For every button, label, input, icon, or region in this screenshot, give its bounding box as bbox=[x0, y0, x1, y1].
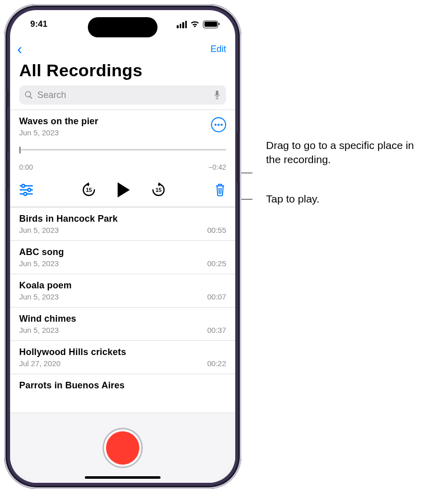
recording-row[interactable]: Birds in Hancock Park Jun 5, 2023 00:55 bbox=[10, 207, 235, 240]
svg-line-11 bbox=[219, 188, 220, 194]
dictate-icon[interactable] bbox=[213, 90, 221, 100]
status-time: 9:41 bbox=[30, 19, 47, 29]
recording-title: ABC song bbox=[19, 247, 226, 258]
recording-title: Koala poem bbox=[19, 280, 226, 291]
scrubber-thumb[interactable] bbox=[19, 146, 21, 154]
back-button[interactable]: ‹ bbox=[17, 41, 22, 57]
battery-icon bbox=[203, 21, 218, 28]
recording-row[interactable]: Parrots in Buenos Aires bbox=[10, 374, 235, 397]
recording-duration: 00:25 bbox=[207, 259, 226, 268]
home-indicator[interactable] bbox=[85, 476, 161, 479]
recording-duration: 00:07 bbox=[207, 292, 226, 301]
recording-expanded[interactable]: Waves on the pier Jun 5, 2023 0:00 −0 bbox=[10, 110, 235, 207]
recording-title: Parrots in Buenos Aires bbox=[19, 380, 226, 391]
search-placeholder: Search bbox=[37, 90, 66, 100]
wifi-icon bbox=[190, 20, 199, 29]
svg-marker-9 bbox=[86, 182, 89, 186]
svg-line-12 bbox=[221, 188, 222, 194]
dynamic-island bbox=[88, 17, 157, 37]
recording-date: Jun 5, 2023 bbox=[19, 259, 59, 268]
recording-date: Jun 5, 2023 bbox=[19, 128, 59, 137]
svg-marker-10 bbox=[159, 182, 162, 186]
play-button[interactable] bbox=[118, 182, 130, 197]
recording-row[interactable]: Koala poem Jun 5, 2023 00:07 bbox=[10, 274, 235, 307]
recording-title: Wind chimes bbox=[19, 314, 226, 324]
phone-silent-switch bbox=[6, 90, 9, 107]
phone-frame: 9:41 ‹ Edit All Recordings Search bbox=[4, 4, 241, 489]
recording-duration: 00:37 bbox=[207, 326, 226, 334]
skip-back-15-button[interactable]: 15 bbox=[81, 182, 96, 197]
recording-row[interactable]: ABC song Jun 5, 2023 00:25 bbox=[10, 240, 235, 274]
phone-volume-down bbox=[6, 159, 9, 190]
search-icon bbox=[24, 90, 33, 99]
phone-power-button bbox=[237, 132, 239, 183]
recording-duration: 00:22 bbox=[207, 359, 226, 368]
delete-button[interactable] bbox=[214, 183, 226, 197]
recording-duration: 00:55 bbox=[207, 226, 226, 234]
playback-options-button[interactable] bbox=[19, 184, 33, 196]
recording-date: Jun 5, 2023 bbox=[19, 326, 59, 334]
phone-volume-up bbox=[6, 120, 9, 152]
more-options-button[interactable] bbox=[211, 117, 226, 132]
recording-title: Hollywood Hills crickets bbox=[19, 347, 226, 358]
recording-date: Jul 27, 2020 bbox=[19, 359, 61, 368]
page-title: All Recordings bbox=[10, 60, 235, 83]
time-remaining: −0:42 bbox=[208, 163, 226, 171]
recording-date: Jun 5, 2023 bbox=[19, 292, 59, 301]
record-button[interactable] bbox=[106, 431, 139, 465]
search-field[interactable]: Search bbox=[19, 85, 226, 105]
recording-row[interactable]: Wind chimes Jun 5, 2023 00:37 bbox=[10, 307, 235, 340]
recording-row[interactable]: Hollywood Hills crickets Jul 27, 2020 00… bbox=[10, 340, 235, 374]
edit-button[interactable]: Edit bbox=[210, 44, 226, 55]
time-elapsed: 0:00 bbox=[19, 163, 33, 171]
recording-title: Birds in Hancock Park bbox=[19, 214, 226, 224]
recording-title: Waves on the pier bbox=[19, 116, 98, 127]
record-toolbar bbox=[10, 413, 235, 483]
playback-scrubber[interactable] bbox=[19, 148, 226, 157]
skip-forward-15-button[interactable]: 15 bbox=[151, 182, 166, 197]
svg-rect-0 bbox=[216, 90, 219, 95]
svg-point-6 bbox=[28, 188, 31, 191]
svg-point-4 bbox=[22, 184, 25, 187]
svg-point-8 bbox=[24, 192, 27, 195]
recording-date: Jun 5, 2023 bbox=[19, 226, 59, 234]
callout-play-text: Tap to play. bbox=[266, 192, 320, 206]
callout-scrubber-text: Drag to go to a specific place in the re… bbox=[266, 138, 417, 167]
cellular-icon bbox=[177, 21, 187, 28]
